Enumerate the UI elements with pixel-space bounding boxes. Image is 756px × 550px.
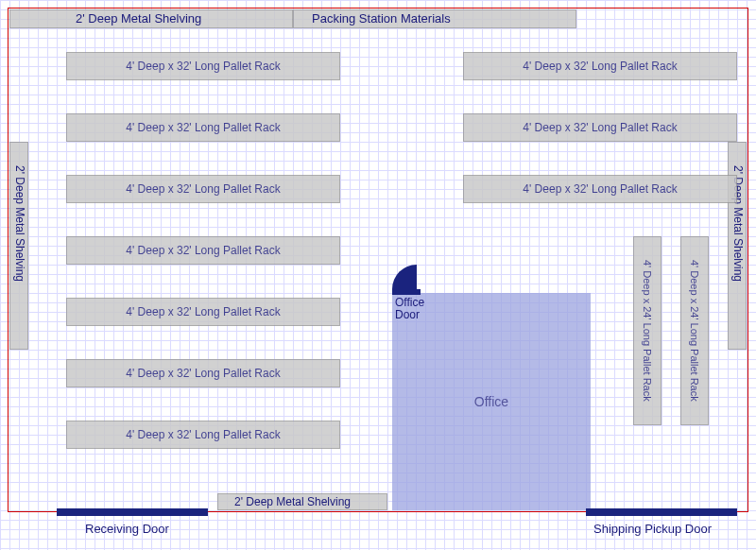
- rack-right-1: 4' Deep x 32' Long Pallet Rack: [463, 52, 737, 80]
- office-door-frame: [392, 289, 421, 295]
- shipping-door: [586, 508, 737, 516]
- rack-left-3: 4' Deep x 32' Long Pallet Rack: [66, 175, 340, 203]
- rack-left-5: 4' Deep x 32' Long Pallet Rack: [66, 298, 340, 326]
- rack-vert-1: 4' Deep x 24' Long Pallet Rack: [633, 236, 662, 425]
- shipping-door-label: Shipping Pickup Door: [593, 522, 712, 536]
- rack-vert-2: 4' Deep x 24' Long Pallet Rack: [680, 236, 709, 425]
- receiving-door-label: Receiving Door: [85, 522, 169, 536]
- rack-left-6: 4' Deep x 32' Long Pallet Rack: [66, 359, 340, 387]
- rack-left-7: 4' Deep x 32' Long Pallet Rack: [66, 421, 340, 449]
- bottom-shelf-label: 2' Deep Metal Shelving: [234, 495, 351, 508]
- office: Office: [392, 293, 591, 510]
- packing-label: Packing Station Materials: [312, 11, 451, 26]
- top-shelf-label: 2' Deep Metal Shelving: [76, 11, 201, 26]
- rack-right-2: 4' Deep x 32' Long Pallet Rack: [463, 113, 737, 142]
- left-shelf-label: 2' Deep Metal Shelving: [13, 165, 26, 282]
- rack-left-4: 4' Deep x 32' Long Pallet Rack: [66, 236, 340, 265]
- rack-left-2: 4' Deep x 32' Long Pallet Rack: [66, 113, 340, 142]
- rack-right-3: 4' Deep x 32' Long Pallet Rack: [463, 175, 737, 203]
- receiving-door: [57, 508, 208, 516]
- rack-left-1: 4' Deep x 32' Long Pallet Rack: [66, 52, 340, 80]
- office-door-label: OfficeDoor: [395, 297, 424, 321]
